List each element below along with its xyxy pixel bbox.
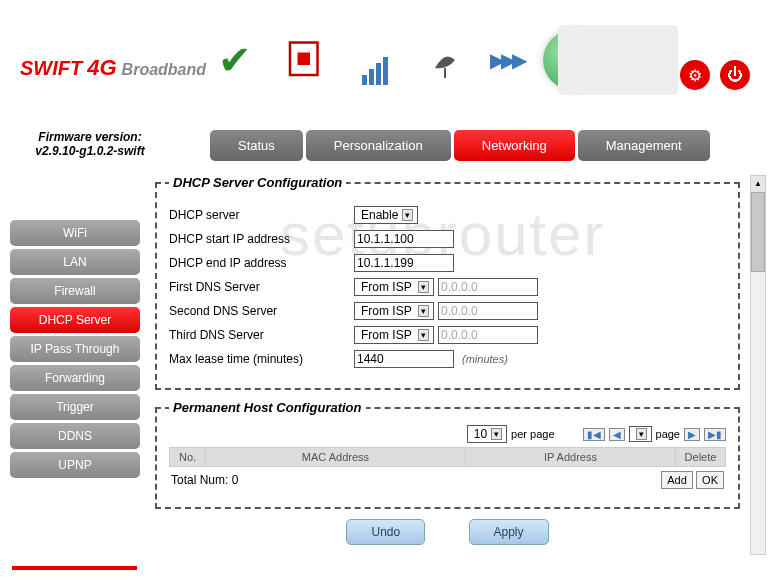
dhcp-start-label: DHCP start IP address bbox=[169, 232, 354, 246]
dhcp-server-select[interactable]: Enable▾ bbox=[354, 206, 418, 224]
perm-host-table: No. MAC Address IP Address Delete bbox=[169, 447, 726, 467]
add-button[interactable]: Add bbox=[661, 471, 693, 489]
logo: SWIFT 4G Broadband bbox=[20, 55, 206, 81]
scroll-up-icon[interactable]: ▲ bbox=[751, 176, 765, 192]
lease-input[interactable] bbox=[354, 350, 454, 368]
firmware-label: Firmware version: bbox=[38, 130, 141, 144]
ok-button[interactable]: OK bbox=[696, 471, 724, 489]
perpage-label: per page bbox=[511, 428, 554, 440]
col-no: No. bbox=[170, 448, 206, 467]
firmware-version: Firmware version: v2.9.10-g1.0.2-swift bbox=[15, 130, 165, 158]
box-icon bbox=[280, 35, 330, 85]
perpage-select[interactable]: 10▾ bbox=[467, 425, 507, 443]
dns2-ip-input[interactable] bbox=[438, 302, 538, 320]
dhcp-config-fieldset: DHCP Server Configuration DHCP server En… bbox=[155, 175, 740, 390]
sidebar-ip-pass-through[interactable]: IP Pass Through bbox=[10, 336, 140, 362]
chevron-down-icon: ▾ bbox=[402, 209, 413, 221]
logo-broadband: Broadband bbox=[122, 61, 206, 78]
settings-button[interactable]: ⚙ bbox=[680, 60, 710, 90]
arrow-right-icon: ▶▶▶ bbox=[490, 48, 523, 72]
firmware-value: v2.9.10-g1.0.2-swift bbox=[15, 144, 165, 158]
undo-button[interactable]: Undo bbox=[346, 519, 425, 545]
signal-icon bbox=[350, 35, 400, 85]
chevron-down-icon: ▾ bbox=[418, 329, 429, 341]
decorative-bar bbox=[12, 566, 137, 570]
tab-status[interactable]: Status bbox=[210, 130, 303, 161]
dns1-ip-input[interactable] bbox=[438, 278, 538, 296]
dhcp-end-input[interactable] bbox=[354, 254, 454, 272]
chevron-down-icon: ▾ bbox=[491, 428, 502, 440]
satellite-dish-icon bbox=[420, 35, 470, 85]
power-button[interactable]: ⏻ bbox=[720, 60, 750, 90]
total-num: Total Num: 0 bbox=[171, 473, 238, 487]
dns3-ip-input[interactable] bbox=[438, 326, 538, 344]
people-silhouette-icon bbox=[558, 25, 678, 95]
sidebar-firewall[interactable]: Firewall bbox=[10, 278, 140, 304]
sidebar-ddns[interactable]: DDNS bbox=[10, 423, 140, 449]
sidebar-trigger[interactable]: Trigger bbox=[10, 394, 140, 420]
sidebar-upnp[interactable]: UPNP bbox=[10, 452, 140, 478]
vertical-scrollbar[interactable]: ▲ bbox=[750, 175, 766, 555]
next-page-button[interactable]: ▶ bbox=[684, 428, 700, 441]
dns3-label: Third DNS Server bbox=[169, 328, 354, 342]
lease-hint: (minutes) bbox=[462, 353, 508, 365]
dns3-mode-select[interactable]: From ISP▾ bbox=[354, 326, 434, 344]
header: SWIFT 4G Broadband ✔ ▶▶▶ ⚙ ⏻ bbox=[0, 0, 768, 110]
sidebar: WiFi LAN Firewall DHCP Server IP Pass Th… bbox=[10, 220, 140, 478]
dns2-mode-select[interactable]: From ISP▾ bbox=[354, 302, 434, 320]
dhcp-end-label: DHCP end IP address bbox=[169, 256, 354, 270]
chevron-down-icon: ▾ bbox=[418, 281, 429, 293]
perm-legend: Permanent Host Configuration bbox=[169, 400, 366, 415]
logo-swift: SWIFT bbox=[20, 57, 82, 79]
checkmark-icon: ✔ bbox=[210, 35, 260, 85]
sidebar-lan[interactable]: LAN bbox=[10, 249, 140, 275]
content-area: DHCP Server Configuration DHCP server En… bbox=[155, 175, 740, 545]
last-page-button[interactable]: ▶▮ bbox=[704, 428, 726, 441]
dhcp-server-label: DHCP server bbox=[169, 208, 354, 222]
dhcp-start-input[interactable] bbox=[354, 230, 454, 248]
page-label: page bbox=[656, 428, 680, 440]
action-buttons: Undo Apply bbox=[155, 519, 740, 545]
sidebar-dhcp-server[interactable]: DHCP Server bbox=[10, 307, 140, 333]
dns2-label: Second DNS Server bbox=[169, 304, 354, 318]
page-select[interactable]: ▾ bbox=[629, 426, 652, 442]
chevron-down-icon: ▾ bbox=[636, 428, 647, 440]
tab-personalization[interactable]: Personalization bbox=[306, 130, 451, 161]
prev-page-button[interactable]: ◀ bbox=[609, 428, 625, 441]
col-delete: Delete bbox=[676, 448, 726, 467]
dns1-mode-select[interactable]: From ISP▾ bbox=[354, 278, 434, 296]
apply-button[interactable]: Apply bbox=[469, 519, 549, 545]
tab-networking[interactable]: Networking bbox=[454, 130, 575, 161]
scroll-thumb[interactable] bbox=[751, 192, 765, 272]
logo-4g: 4G bbox=[87, 55, 116, 80]
top-nav: Status Personalization Networking Manage… bbox=[210, 130, 710, 161]
sidebar-forwarding[interactable]: Forwarding bbox=[10, 365, 140, 391]
sidebar-wifi[interactable]: WiFi bbox=[10, 220, 140, 246]
col-mac: MAC Address bbox=[206, 448, 466, 467]
tab-management[interactable]: Management bbox=[578, 130, 710, 161]
dns1-label: First DNS Server bbox=[169, 280, 354, 294]
first-page-button[interactable]: ▮◀ bbox=[583, 428, 605, 441]
chevron-down-icon: ▾ bbox=[418, 305, 429, 317]
col-ip: IP Address bbox=[465, 448, 675, 467]
permanent-host-fieldset: Permanent Host Configuration 10▾ per pag… bbox=[155, 400, 740, 509]
lease-label: Max lease time (minutes) bbox=[169, 352, 354, 366]
header-icons: ✔ ▶▶▶ bbox=[210, 30, 603, 90]
dhcp-legend: DHCP Server Configuration bbox=[169, 175, 346, 190]
svg-rect-1 bbox=[298, 53, 311, 66]
